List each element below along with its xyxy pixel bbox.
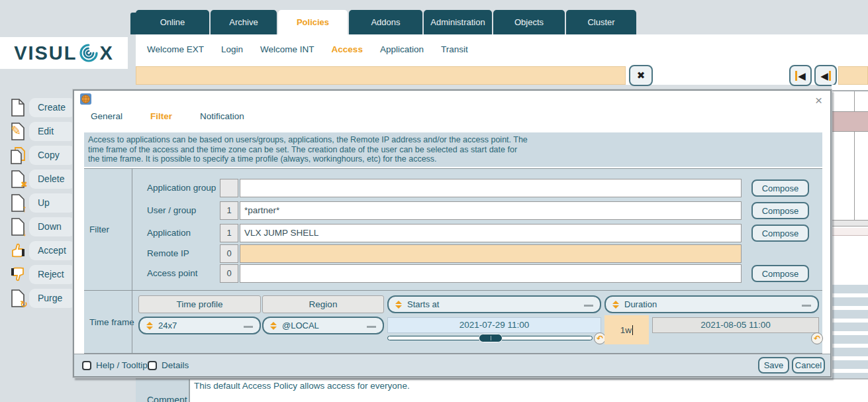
save-button[interactable]: Save	[758, 357, 789, 374]
subnav-transit[interactable]: Transit	[441, 44, 468, 54]
compose-application-button[interactable]: Compose	[751, 225, 809, 242]
sidebar-item-label: Reject	[29, 265, 75, 284]
tab-online[interactable]: Online	[136, 10, 209, 34]
sub-nav-bar: Welcome EXT Login Welcome INT Access App…	[147, 40, 468, 58]
filter-search-bar-right[interactable]	[838, 66, 868, 85]
remote-ip-value[interactable]	[240, 244, 742, 263]
sidebar-item-reject[interactable]: Reject	[9, 264, 26, 284]
sidebar-item-label: Copy	[29, 146, 75, 165]
sidebar-item-copy[interactable]: Copy	[9, 145, 26, 165]
first-page-bar-icon	[795, 71, 797, 81]
duration-header-label: Duration	[624, 299, 657, 309]
copy-page-icon	[9, 146, 26, 164]
background-comment-row: Comment This default Access Policy allow…	[136, 378, 868, 402]
tab-cluster[interactable]: Cluster	[566, 10, 636, 34]
application-value[interactable]: VLX JUMP SHELL	[240, 224, 742, 242]
ends-at-value: 2021-08-05 11:00	[652, 317, 819, 333]
sidebar-item-down[interactable]: Down ↓	[9, 217, 26, 236]
sidebar-item-label: Delete	[29, 170, 75, 189]
compose-access-point-button[interactable]: Compose	[751, 265, 809, 282]
visulox-logo: VISUL X	[0, 37, 128, 69]
cancel-button[interactable]: Cancel	[792, 357, 825, 374]
description-line: the time frame. It is possible to specif…	[88, 154, 818, 164]
tab-policies[interactable]: Policies	[278, 10, 348, 34]
starts-at-value[interactable]: 2021-07-29 11:00	[387, 317, 601, 333]
edit-page-icon: ✎	[9, 122, 26, 140]
tab-addons[interactable]: Addons	[349, 10, 422, 34]
sidebar-item-up[interactable]: Up ↑	[9, 193, 26, 213]
sidebar-item-edit[interactable]: Edit ✎	[9, 121, 26, 141]
filter-description: Access to applications can be based on u…	[84, 132, 822, 167]
compose-user-group-button[interactable]: Compose	[751, 202, 809, 219]
first-page-button[interactable]: ◀	[789, 65, 812, 86]
help-tooltip-label: Help / Tooltip	[96, 360, 148, 370]
details-label: Details	[162, 360, 189, 370]
subnav-access[interactable]: Access	[332, 44, 363, 54]
create-page-icon	[9, 98, 26, 117]
dialog-tab-notification[interactable]: Notification	[200, 111, 244, 121]
help-tooltip-checkbox[interactable]	[82, 361, 91, 370]
background-table	[832, 85, 868, 402]
filter-search-bar[interactable]	[136, 66, 626, 85]
minimize-dash-icon	[244, 326, 253, 328]
remote-ip-count: 0	[220, 244, 238, 263]
duration-reset-icon[interactable]: ↶	[811, 332, 823, 344]
prev-page-bar-icon	[829, 71, 831, 81]
filter-section: Filter Application group Compose User / …	[84, 168, 822, 290]
time-frame-section-label: Time frame	[89, 317, 134, 327]
subnav-application[interactable]: Application	[380, 44, 424, 54]
logo-spiral-o-icon	[78, 42, 99, 64]
application-group-count	[220, 179, 238, 197]
time-profile-select[interactable]: 24x7	[138, 317, 261, 334]
sidebar-item-create[interactable]: Create	[9, 97, 26, 117]
tab-administration[interactable]: Administration	[424, 10, 492, 34]
access-point-value[interactable]	[240, 264, 742, 283]
clear-filter-button[interactable]: ✖	[629, 65, 653, 86]
starts-at-sort-header[interactable]: Starts at	[387, 295, 601, 313]
sidebar-item-purge[interactable]: Purge ↻	[9, 288, 26, 308]
policy-globe-icon	[80, 93, 91, 107]
arrow-left-icon: ◀	[820, 71, 828, 81]
duration-sort-header[interactable]: Duration	[604, 295, 819, 313]
sort-diamond-icon	[395, 301, 402, 309]
sidebar-item-accept[interactable]: Accept	[9, 240, 26, 260]
sidebar-item-label: Edit	[29, 122, 75, 141]
sidebar-item-delete[interactable]: Delete ✖	[9, 169, 26, 189]
dialog-tab-filter[interactable]: Filter	[150, 111, 172, 121]
subnav-login[interactable]: Login	[221, 44, 243, 54]
minimize-dash-icon	[802, 305, 811, 307]
move-up-page-icon: ↑	[9, 193, 26, 212]
compose-application-group-button[interactable]: Compose	[751, 179, 809, 197]
logo-text-left: VISUL	[14, 42, 77, 64]
filter-section-label: Filter	[89, 225, 109, 234]
move-down-page-icon: ↓	[9, 217, 26, 236]
region-select[interactable]: @LOCAL	[262, 317, 384, 334]
clear-icon: ✖	[637, 70, 646, 81]
description-line: Access to applications can be based on u…	[88, 135, 818, 145]
application-count: 1	[220, 224, 238, 242]
starts-at-header-label: Starts at	[407, 299, 439, 309]
application-group-value[interactable]	[240, 179, 742, 197]
minimize-dash-icon	[584, 305, 593, 307]
user-group-count: 1	[220, 201, 238, 220]
text-caret	[632, 325, 633, 335]
subnav-welcome-ext[interactable]: Welcome EXT	[147, 44, 204, 54]
sort-diamond-icon	[612, 301, 619, 309]
starts-at-slider[interactable]	[387, 336, 593, 340]
details-checkbox[interactable]	[148, 361, 157, 370]
user-group-label: User / group	[147, 205, 196, 215]
top-tab-bar: Online Archive Policies Addons Administr…	[136, 10, 636, 34]
duration-input[interactable]: 1w	[604, 315, 649, 344]
remote-ip-label: Remote IP	[147, 248, 189, 258]
select-diamond-icon	[270, 322, 277, 330]
tab-objects[interactable]: Objects	[493, 10, 565, 34]
slider-handle[interactable]	[479, 334, 503, 342]
user-group-value[interactable]: *partner*	[240, 201, 742, 220]
tab-archive[interactable]: Archive	[211, 10, 277, 34]
subnav-welcome-int[interactable]: Welcome INT	[260, 44, 314, 54]
close-icon[interactable]: ×	[815, 94, 822, 107]
region-value: @LOCAL	[282, 321, 319, 330]
delete-page-icon: ✖	[9, 170, 26, 188]
prev-page-button[interactable]: ◀	[814, 65, 837, 86]
dialog-tab-general[interactable]: General	[91, 111, 122, 121]
